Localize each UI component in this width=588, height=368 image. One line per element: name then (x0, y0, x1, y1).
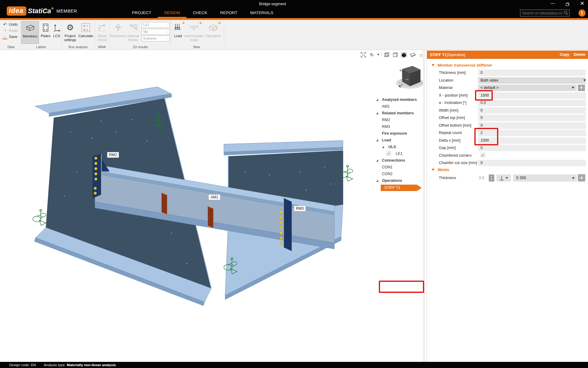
tree-item[interactable]: ✔ CON1 (371, 164, 424, 171)
property-value-field[interactable]: 1500 (478, 92, 586, 99)
weld-thickness-stepper[interactable]: ▲▼ (489, 174, 494, 182)
svg-text:+Y: +Y (405, 78, 409, 81)
tree-expander-icon[interactable] (376, 139, 378, 141)
tree-expander-icon[interactable] (376, 159, 378, 162)
tree-item[interactable]: ✔ Connections (371, 157, 424, 164)
tab-project[interactable]: PROJECT (126, 9, 158, 18)
member-label-rm3: RM3 (294, 206, 306, 211)
calculate-button[interactable]: + −× ÷ Calculate (78, 21, 94, 44)
tree-expander-icon[interactable] (382, 146, 384, 148)
analysis-type-label: Analysis type: (44, 363, 66, 367)
property-value-field[interactable]: < default > (478, 85, 577, 91)
tree-item[interactable]: ✔ Load (371, 137, 424, 144)
tree-item[interactable]: ✔ Fire exposure (371, 130, 424, 137)
tree-expander-icon[interactable] (376, 112, 378, 114)
property-value-field[interactable]: 1000 (478, 137, 586, 144)
operation-context: [Operation] (447, 53, 465, 57)
weld-type-dropdown[interactable] (496, 174, 511, 182)
extreme-dropdown[interactable]: Extreme⌄ (141, 36, 170, 41)
plates-button[interactable]: Plates (39, 21, 52, 44)
result-component-dropdown[interactable]: My⌄ (141, 29, 170, 35)
load-case-dropdown[interactable]: LE1⌄ (141, 22, 170, 28)
fit-view-icon[interactable] (360, 52, 367, 58)
tab-report[interactable]: REPORT (214, 9, 244, 18)
strain-check-button[interactable]: % Strain check (96, 21, 109, 44)
tree-item[interactable]: ✔ STIFF T1 (371, 184, 424, 191)
property-value-field[interactable]: 0 (478, 70, 586, 76)
weld-material-dropdown[interactable]: S 355 (513, 174, 577, 182)
tab-check[interactable]: CHECK (187, 9, 214, 18)
intermediate-node-button[interactable]: + Intermediate node (184, 21, 204, 44)
operation-button[interactable]: + Operation (204, 21, 222, 44)
viewport-3d[interactable]: RM2 AM1 RM3 ↻ (0, 50, 426, 362)
tree-item[interactable]: ✔ ULS (371, 144, 424, 150)
hidden-lines-cube-icon[interactable] (392, 52, 399, 58)
add-plus-icon: + (218, 20, 221, 26)
property-value-field[interactable]: 0.0 (478, 100, 586, 106)
tree-scrollbar[interactable] (423, 50, 425, 362)
checkbox-checked-icon[interactable]: ✔ (481, 153, 485, 158)
stiffener-section-header[interactable]: Member transversal stiffener (432, 63, 492, 67)
property-row: Chamfer cut size [mm] 0 + ✔ (427, 159, 588, 167)
tree-item[interactable]: ✔ Related members (371, 110, 424, 117)
save-button[interactable]: ↓ Save (2, 34, 17, 40)
tree-item[interactable]: ✔ CON2 (371, 171, 424, 177)
tree-item[interactable]: ✔ RM2 (371, 117, 424, 123)
toolbar-separator (381, 52, 382, 58)
rotate-dropdown-chevron[interactable] (377, 54, 379, 56)
info-button[interactable]: i (579, 10, 586, 17)
lcs-button[interactable]: LCS (52, 21, 61, 44)
section-collapse-icon[interactable] (432, 169, 435, 171)
tree-expander-icon[interactable] (376, 99, 378, 101)
load-button[interactable]: + Load (172, 21, 184, 44)
tree-item[interactable]: ✔ Operations (371, 177, 424, 184)
clip-view-icon[interactable] (409, 52, 416, 58)
design-code-label: Design code: (9, 363, 30, 367)
project-settings-button[interactable]: ⚙ Project settings (63, 21, 77, 44)
reactions-button[interactable]: Reactions (111, 21, 126, 44)
wireframe-cube-icon[interactable] (383, 52, 390, 58)
property-row: Delta x [mm] 1000 + ✔ (427, 137, 588, 145)
tree-item[interactable]: ✔ LE1 (371, 150, 424, 157)
tree-item[interactable]: ✔ AM1 (371, 103, 424, 110)
dropdown-chevron-icon[interactable] (583, 79, 586, 81)
minimize-button[interactable]: — (548, 0, 558, 8)
reactions-icon (115, 22, 122, 33)
add-weld-material-button[interactable]: + (578, 174, 585, 182)
members-button[interactable]: Members (21, 21, 39, 44)
internal-forces-button[interactable]: Internal forces (126, 21, 141, 44)
property-value-field[interactable]: 0 (478, 145, 586, 151)
property-value-field[interactable]: 0 (478, 122, 586, 129)
tab-design[interactable]: DESIGN (158, 9, 187, 18)
checkbox-checked-icon[interactable]: ✔ (386, 151, 391, 156)
restore-button[interactable] (562, 0, 573, 8)
property-value-field[interactable]: Both sides (478, 77, 586, 84)
search-input[interactable] (520, 10, 570, 17)
undo-icon: ↶ (2, 22, 7, 27)
solid-cube-icon[interactable] (401, 52, 407, 58)
add-material-button[interactable]: + (578, 85, 585, 91)
navigation-cube[interactable]: +Y (393, 63, 427, 94)
tree-item[interactable]: ✔ Analyzed members (371, 96, 424, 103)
tree-item[interactable]: ✔ RM3 (371, 123, 424, 130)
close-button[interactable]: ✕ (577, 0, 587, 8)
dropdown-chevron-icon[interactable] (572, 87, 574, 89)
tab-materials[interactable]: MATERIALS (244, 9, 280, 18)
tree-expander-icon[interactable] (376, 180, 378, 182)
design-code-value: EN (31, 363, 36, 367)
redo-button[interactable]: ↷ Redo (2, 28, 18, 33)
stiffener-1 (161, 193, 167, 215)
property-value-field[interactable]: 0 (478, 160, 586, 166)
property-row: Location Both sides + ✔ (427, 77, 588, 85)
members-cube-icon (26, 22, 35, 33)
welds-section-header[interactable]: Welds (432, 167, 449, 172)
delete-button[interactable]: Delete (574, 52, 585, 57)
section-collapse-icon[interactable] (432, 64, 435, 66)
weld-thickness-value[interactable]: 0.0 (479, 176, 484, 180)
property-value-field[interactable]: 2 (478, 130, 586, 136)
copy-button[interactable]: Copy (560, 52, 569, 57)
property-value-field[interactable]: 0 (478, 115, 586, 121)
undo-button[interactable]: ↶ Undo (2, 22, 18, 27)
property-value-field[interactable]: 0 (478, 107, 586, 114)
rotate-view-icon[interactable]: ↻ (368, 52, 375, 58)
